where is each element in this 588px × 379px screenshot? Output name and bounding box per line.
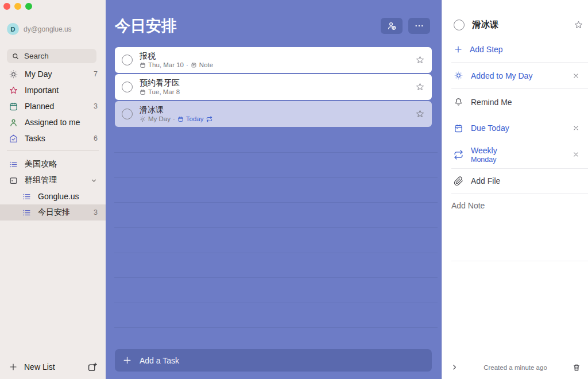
list-icon	[22, 208, 32, 218]
plus-icon	[454, 45, 463, 54]
close-x-icon[interactable]	[572, 124, 580, 132]
list-icon	[9, 160, 18, 169]
sidebar-group-qunzu[interactable]: 群组管理	[0, 172, 106, 188]
detail-task-title[interactable]: 滑冰课	[472, 19, 499, 31]
home-check-icon	[9, 134, 18, 144]
sidebar-item-label: 群组管理	[25, 175, 57, 185]
star-icon[interactable]	[415, 55, 425, 65]
detail-divider	[451, 193, 588, 194]
chevron-down-icon[interactable]	[90, 177, 98, 184]
repeat-frequency-label: Weekly	[471, 146, 497, 155]
calendar-icon	[177, 116, 184, 122]
task-due-date: Tue, Mar 8	[148, 89, 180, 96]
plus-icon	[9, 362, 18, 372]
star-icon[interactable]	[415, 109, 425, 119]
search-field[interactable]	[7, 49, 96, 63]
minimize-icon[interactable]	[14, 3, 21, 10]
due-date-row[interactable]: Due Today	[442, 115, 588, 141]
detail-divider	[451, 261, 588, 261]
added-to-my-day-row[interactable]: Added to My Day	[442, 63, 588, 88]
repeat-icon	[454, 150, 463, 160]
close-icon[interactable]	[3, 3, 10, 10]
meta-separator: ·	[173, 116, 175, 123]
empty-row-separator	[114, 253, 438, 253]
close-x-icon[interactable]	[572, 72, 580, 80]
circle-checkbox[interactable]	[122, 55, 133, 65]
account-row[interactable]: D dy@gonglue.us	[7, 23, 72, 35]
user-lists: 美国攻略 群组管理 Gonglue	[0, 156, 106, 221]
empty-row-separator	[114, 202, 438, 203]
avatar[interactable]: D	[7, 23, 19, 35]
smart-lists: My Day 7 Important Planned 3	[0, 66, 106, 146]
task-list: 报税 Thu, Mar 10 · Note	[115, 47, 432, 128]
zoom-icon[interactable]	[25, 3, 32, 10]
item-count: 3	[94, 208, 98, 216]
sidebar-item-label: 今日安排	[38, 207, 70, 218]
paperclip-icon	[454, 176, 463, 186]
search-icon	[11, 52, 20, 60]
todo-app-window: D dy@gonglue.us My	[0, 0, 588, 379]
sidebar-item-list-jinri-selected[interactable]: 今日安排 3	[0, 204, 106, 221]
empty-row-separator	[114, 277, 438, 278]
sidebar-item-list-gonglue[interactable]: Gonglue.us	[0, 188, 106, 204]
new-list-label: New List	[24, 362, 55, 372]
task-meta: My Day · Today	[140, 116, 212, 123]
task-title: 报税	[140, 52, 213, 60]
empty-row-separator	[114, 177, 438, 178]
task-row[interactable]: 预约看牙医 Tue, Mar 8	[115, 74, 432, 100]
add-file-row[interactable]: Add File	[442, 169, 588, 193]
repeat-icon	[206, 116, 212, 122]
new-list-button[interactable]: New List	[0, 357, 106, 377]
task-note-label: Note	[199, 62, 213, 69]
search-input[interactable]	[24, 52, 82, 60]
sidebar-item-label: Important	[25, 86, 59, 95]
sidebar-item-assigned-to-me[interactable]: Assigned to me	[0, 114, 106, 130]
detail-footer: Created a minute ago	[442, 355, 588, 379]
star-icon[interactable]	[574, 20, 583, 30]
sun-icon	[9, 69, 18, 79]
page-title: 今日安排	[115, 16, 177, 36]
circle-checkbox[interactable]	[122, 109, 133, 119]
plus-icon	[122, 355, 132, 365]
meta-separator: ·	[186, 62, 188, 69]
share-list-button[interactable]	[381, 18, 403, 34]
item-count: 7	[94, 70, 98, 78]
more-options-button[interactable]	[408, 18, 430, 34]
sidebar-item-list-meiguo[interactable]: 美国攻略	[0, 156, 106, 172]
task-myday-label: My Day	[148, 116, 171, 123]
task-title: 预约看牙医	[140, 79, 180, 87]
trash-icon[interactable]	[572, 363, 581, 372]
sidebar-item-planned[interactable]: Planned 3	[0, 98, 106, 114]
task-row-selected[interactable]: 滑冰课 My Day · Today	[115, 101, 432, 127]
remind-me-row[interactable]: Remind Me	[442, 89, 588, 115]
note-icon	[191, 62, 197, 68]
sun-icon	[140, 116, 146, 122]
task-title: 滑冰课	[140, 106, 212, 114]
star-icon[interactable]	[415, 82, 425, 92]
list-icon	[22, 192, 32, 202]
circle-checkbox[interactable]	[454, 20, 465, 30]
calendar-icon	[454, 123, 463, 133]
window-controls	[3, 3, 32, 10]
task-row[interactable]: 报税 Thu, Mar 10 · Note	[115, 47, 432, 73]
add-file-label: Add File	[471, 176, 500, 185]
sidebar-item-important[interactable]: Important	[0, 82, 106, 98]
sidebar-item-label: 美国攻略	[25, 159, 57, 169]
task-list-pane: 今日安排	[106, 0, 442, 379]
empty-row-separator	[114, 303, 438, 303]
task-due-date: Today	[186, 116, 204, 123]
remind-me-label: Remind Me	[471, 98, 512, 107]
new-group-icon[interactable]	[87, 362, 98, 372]
sidebar-item-my-day[interactable]: My Day 7	[0, 66, 106, 82]
add-task-button[interactable]: Add a Task	[115, 349, 432, 372]
repeat-row[interactable]: Weekly Monday	[442, 141, 588, 168]
sidebar-item-tasks[interactable]: Tasks 6	[0, 130, 106, 146]
sidebar: D dy@gonglue.us My	[0, 0, 106, 379]
circle-checkbox[interactable]	[122, 82, 133, 92]
close-x-icon[interactable]	[572, 150, 580, 158]
share-person-icon	[386, 21, 397, 31]
chevron-right-icon[interactable]	[450, 363, 459, 372]
group-icon	[9, 176, 18, 185]
add-step-button[interactable]: Add Step	[454, 41, 503, 57]
add-note-field[interactable]: Add Note	[451, 201, 485, 210]
